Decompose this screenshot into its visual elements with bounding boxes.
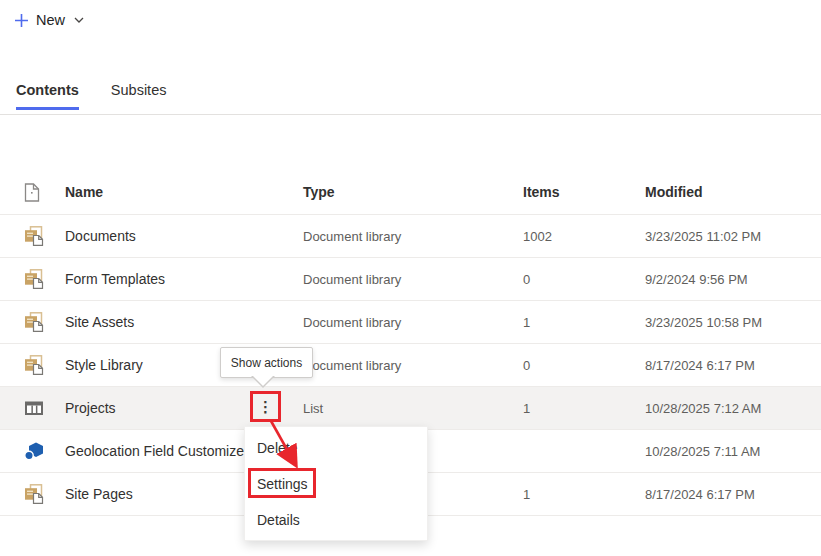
row-modified: 3/23/2025 11:02 PM	[645, 229, 821, 244]
document-library-icon	[24, 312, 65, 332]
chevron-down-icon	[74, 17, 84, 23]
tab-contents[interactable]: Contents	[16, 82, 79, 110]
context-menu: Delete Settings Details	[244, 426, 428, 541]
row-modified: 10/28/2025 7:12 AM	[645, 401, 821, 416]
table-header: Name Type Items Modified	[0, 170, 821, 215]
document-library-icon	[24, 269, 65, 289]
row-modified: 9/2/2024 9:56 PM	[645, 272, 821, 287]
row-type: Document library	[303, 315, 523, 330]
row-items: 1002	[523, 229, 645, 244]
show-actions-button[interactable]: ⋮	[253, 394, 278, 420]
header-items[interactable]: Items	[523, 184, 645, 200]
tab-divider	[0, 114, 821, 115]
document-library-icon	[24, 355, 65, 375]
list-icon	[24, 398, 65, 418]
row-name[interactable]: Documents	[65, 228, 303, 244]
row-name[interactable]: Site Assets	[65, 314, 303, 330]
row-modified: 8/17/2024 6:17 PM	[645, 487, 821, 502]
table-row-style-library[interactable]: Style Library Document library 0 8/17/20…	[0, 344, 821, 387]
header-name[interactable]: Name	[65, 184, 303, 200]
menu-item-settings[interactable]: Settings	[245, 466, 427, 502]
app-icon	[24, 441, 65, 461]
menu-item-details[interactable]: Details	[245, 502, 427, 538]
header-type[interactable]: Type	[303, 184, 523, 200]
row-items: 0	[523, 272, 645, 287]
table-row-projects[interactable]: Projects List 1 10/28/2025 7:12 AM	[0, 387, 821, 430]
document-library-icon	[24, 226, 65, 246]
tab-subsites[interactable]: Subsites	[111, 82, 167, 110]
row-type: Document library	[303, 272, 523, 287]
row-type: Document library	[303, 229, 523, 244]
menu-item-delete[interactable]: Delete	[245, 430, 427, 466]
file-icon	[24, 183, 65, 202]
row-modified: 3/23/2025 10:58 PM	[645, 315, 821, 330]
row-modified: 8/17/2024 6:17 PM	[645, 358, 821, 373]
header-modified[interactable]: Modified	[645, 184, 821, 200]
row-items: 1	[523, 401, 645, 416]
row-type: Document library	[303, 358, 523, 373]
site-contents-page: New Contents Subsites Name Type Items Mo…	[0, 0, 821, 556]
table-row-site-assets[interactable]: Site Assets Document library 1 3/23/2025…	[0, 301, 821, 344]
new-button-label: New	[36, 12, 65, 28]
row-type: List	[303, 401, 523, 416]
row-modified: 10/28/2025 7:11 AM	[645, 444, 821, 459]
new-button[interactable]: New	[14, 8, 84, 32]
tab-bar: Contents Subsites	[16, 82, 166, 110]
row-items: 0	[523, 358, 645, 373]
plus-icon	[14, 13, 29, 28]
document-library-icon	[24, 484, 65, 504]
row-items: 1	[523, 487, 645, 502]
show-actions-tooltip: Show actions	[220, 347, 313, 378]
table-row-documents[interactable]: Documents Document library 1002 3/23/202…	[0, 215, 821, 258]
row-name[interactable]: Form Templates	[65, 271, 303, 287]
row-items: 1	[523, 315, 645, 330]
table-row-form-templates[interactable]: Form Templates Document library 0 9/2/20…	[0, 258, 821, 301]
